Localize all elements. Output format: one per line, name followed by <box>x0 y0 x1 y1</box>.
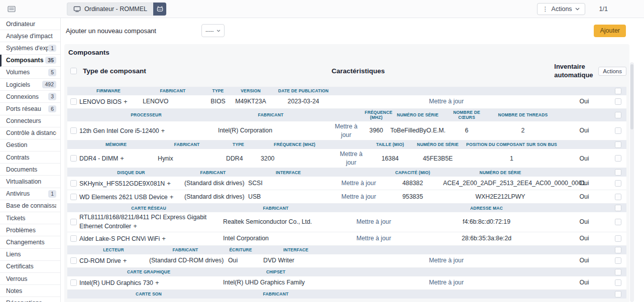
component-link[interactable]: Intel(R) UHD Graphics 730 <box>79 279 153 286</box>
plus-icon[interactable]: + <box>167 180 171 187</box>
row-select-checkbox[interactable] <box>615 235 621 242</box>
section-column-label: FABRICANT <box>138 88 208 94</box>
automatic-inventory-button[interactable] <box>153 3 166 16</box>
update-link[interactable]: Mettre à jour <box>429 257 464 264</box>
sidebar-item-systemes-d-exploitation[interactable]: Systèmes d'exploitation1 <box>0 42 60 54</box>
section-select-checkbox[interactable] <box>615 291 621 297</box>
section-select-checkbox[interactable] <box>615 247 621 253</box>
section-select-checkbox[interactable] <box>615 169 621 176</box>
sidebar-item-verrous[interactable]: Verrous <box>0 273 60 285</box>
row-select-checkbox[interactable] <box>615 279 621 286</box>
sidebar-item-reservations[interactable]: Réservations <box>0 297 60 302</box>
component-name-cell: RTL8111/8168/8211/8411 PCI Express Gigab… <box>79 213 218 230</box>
section-select-checkbox[interactable] <box>615 88 621 94</box>
sidebar-item-problemes[interactable]: Problèmes <box>0 224 60 236</box>
table-actions-button[interactable]: Actions <box>598 67 626 76</box>
sidebar-item-logiciels[interactable]: Logiciels492 <box>0 79 60 91</box>
row-select-checkbox[interactable] <box>615 219 621 225</box>
sidebar-item-volumes[interactable]: Volumes5 <box>0 67 60 79</box>
plus-icon[interactable]: + <box>133 222 137 230</box>
sidebar-item-notes[interactable]: Notes <box>0 285 60 297</box>
component-link[interactable]: CD-ROM Drive <box>79 257 121 264</box>
select-all-checkbox[interactable] <box>70 68 77 74</box>
scrollbar-thumb[interactable] <box>630 64 633 129</box>
sidebar-item-ordinateur[interactable]: Ordinateur <box>0 18 60 30</box>
row-select-checkbox[interactable] <box>70 194 77 200</box>
sidebar-item-ports-reseau[interactable]: Ports réseau6 <box>0 103 60 115</box>
component-link[interactable]: DDR4 - DIMM <box>79 155 118 162</box>
auto-inventory-value: Oui <box>559 193 609 201</box>
section-select-checkbox[interactable] <box>615 269 621 275</box>
update-link[interactable]: Mettre à jour <box>341 180 376 187</box>
sidebar-item-liens[interactable]: Liens <box>0 249 60 261</box>
sidebar-toggle-button[interactable] <box>6 4 17 14</box>
sidebar-item-connexions[interactable]: Connexions3 <box>0 91 60 103</box>
update-link[interactable]: Mettre à jour <box>341 193 376 200</box>
row-select-checkbox[interactable] <box>615 180 621 187</box>
row-select-checkbox[interactable] <box>70 257 77 264</box>
row-select-checkbox[interactable] <box>615 194 621 200</box>
component-link[interactable]: LENOVO BIOS <box>79 98 122 105</box>
section-select-checkbox[interactable] <box>615 141 621 148</box>
row-select-checkbox[interactable] <box>615 98 621 105</box>
update-link[interactable]: Mettre à jour <box>356 218 391 225</box>
row-select-checkbox[interactable] <box>70 279 77 286</box>
sidebar-item-analyse-d-impact[interactable]: Analyse d'impact <box>0 30 60 42</box>
update-link[interactable]: Mettre à jour <box>356 235 391 242</box>
component-link[interactable]: WD Elements 2621 USB Device <box>79 194 168 201</box>
sidebar-item-documents[interactable]: Documents <box>0 164 60 176</box>
row-select-checkbox[interactable] <box>615 257 621 264</box>
section-header-drive: LECTEURFABRICANTÉCRITUREINTERFACE <box>67 246 626 254</box>
plus-icon[interactable]: + <box>162 235 166 242</box>
sidebar-item-gestion[interactable]: Gestion <box>0 139 60 152</box>
sidebar-item-changements[interactable]: Changements <box>0 236 60 248</box>
plus-icon[interactable]: + <box>155 279 159 286</box>
section-header-firmware: FIRMWAREFABRICANTTYPEVERSIONDATE DE PUBL… <box>67 87 626 95</box>
sidebar-item-connecteurs[interactable]: Connecteurs <box>0 115 60 127</box>
component-link[interactable]: Alder Lake-S PCH CNVi WiFi <box>79 235 160 242</box>
row-select-checkbox[interactable] <box>615 127 621 134</box>
component-link[interactable]: 12th Gen Intel Core i5-12400 <box>79 127 159 134</box>
section-select-checkbox[interactable] <box>615 112 621 118</box>
sidebar-item-label: Connecteurs <box>6 117 56 124</box>
component-type-select[interactable]: ----- <box>201 24 225 37</box>
sidebar-item-virtualisation[interactable]: Virtualisation <box>0 176 60 188</box>
component-link[interactable]: RTL8111/8168/8211/8411 PCI Express Gigab… <box>79 214 206 230</box>
actions-button[interactable]: ⋮ Actions <box>537 3 585 15</box>
sidebar-item-contrats[interactable]: Contrats <box>0 152 60 164</box>
section-select-checkbox[interactable] <box>615 205 621 211</box>
update-link[interactable]: Mettre à jour <box>429 98 464 105</box>
update-link[interactable]: Mettre à jour <box>335 123 357 138</box>
sidebar-item-controle-a-distance[interactable]: Contrôle à distance <box>0 127 60 139</box>
section-column-label: CARTE SON <box>79 291 218 297</box>
card-title: Composants <box>64 44 629 60</box>
plus-icon[interactable]: + <box>123 257 127 264</box>
sidebar-item-antivirus[interactable]: Antivirus1 <box>0 188 60 200</box>
vertical-scrollbar[interactable] <box>630 62 634 302</box>
row-select-checkbox[interactable] <box>70 180 77 187</box>
tab-ordinateur-rommel[interactable]: Ordinateur - ROMMEL <box>67 3 153 16</box>
section-header-sound: CARTE SONFABRICANT <box>67 290 626 298</box>
update-link[interactable]: Mettre à jour <box>340 150 362 166</box>
row-select-checkbox[interactable] <box>70 98 77 105</box>
sidebar-item-certificats[interactable]: Certificats <box>0 261 60 273</box>
row-select-checkbox[interactable] <box>70 155 77 162</box>
row-select-checkbox[interactable] <box>70 127 77 134</box>
component-link[interactable]: SKHynix_HFS512GDE9X081N <box>79 180 165 187</box>
update-link[interactable]: Mettre à jour <box>429 279 464 286</box>
component-cell: 16384 <box>369 155 411 163</box>
sidebar-item-composants[interactable]: Composants35 <box>0 55 60 67</box>
sidebar-item-label: Volumes <box>6 69 48 76</box>
section-column-label: INTERFACE <box>258 247 334 253</box>
row-select-checkbox[interactable] <box>615 155 621 162</box>
sidebar-item-base-de-connaissances[interactable]: Base de connaissances <box>0 200 60 212</box>
plus-icon[interactable]: + <box>161 127 165 134</box>
row-select-checkbox[interactable] <box>70 219 77 225</box>
plus-icon[interactable]: + <box>120 155 124 162</box>
add-button[interactable]: Ajouter <box>594 25 626 37</box>
component-name-cell: CD-ROM Drive+ <box>79 256 148 265</box>
plus-icon[interactable]: + <box>170 193 174 201</box>
plus-icon[interactable]: + <box>124 98 128 105</box>
sidebar-item-tickets[interactable]: Tickets <box>0 212 60 224</box>
row-select-checkbox[interactable] <box>70 235 77 242</box>
